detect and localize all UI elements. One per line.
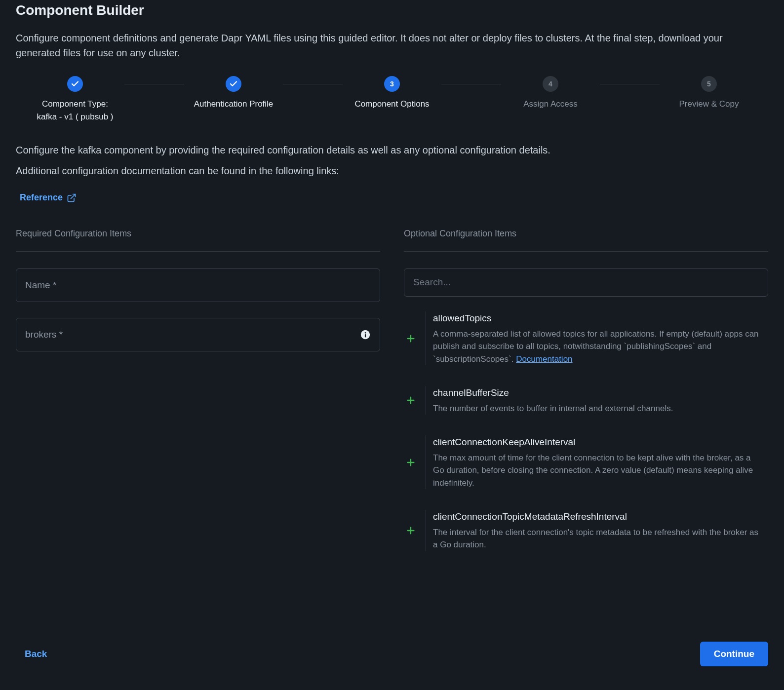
optional-title: Optional Configuration Items [404, 227, 768, 252]
svg-point-2 [365, 332, 366, 334]
intro-line-1: Configure the kafka component by providi… [16, 143, 768, 157]
item-name: allowedTopics [433, 311, 763, 326]
reference-link[interactable]: Reference [20, 188, 77, 207]
step-assign-access: 4 Assign Access [501, 76, 600, 111]
add-button[interactable] [404, 393, 418, 407]
info-icon[interactable] [360, 329, 371, 340]
item-desc: The max amount of time for the client co… [433, 452, 763, 490]
external-link-icon [67, 193, 77, 203]
continue-button[interactable]: Continue [700, 642, 768, 666]
optional-list: allowedTopics A comma-separated list of … [404, 311, 768, 572]
step-auth-profile: Authentication Profile [184, 76, 283, 111]
name-field[interactable] [25, 280, 371, 291]
page-description: Configure component definitions and gene… [16, 31, 746, 60]
optional-column: Optional Configuration Items allowedTopi… [404, 227, 768, 632]
optional-item-clientConnectionTopicMetadataRefreshInterval: clientConnectionTopicMetadataRefreshInte… [404, 510, 763, 551]
page-title: Component Builder [16, 0, 768, 21]
item-desc: A comma-separated list of allowed topics… [433, 328, 763, 366]
step-label: Component Type: [42, 98, 108, 111]
name-field-wrap [16, 268, 380, 302]
step-sublabel: kafka - v1 ( pubsub ) [37, 111, 114, 123]
required-title: Required Configuration Items [16, 227, 380, 252]
search-input[interactable] [413, 277, 759, 288]
step-label: Authentication Profile [194, 98, 274, 111]
step-label: Component Options [354, 98, 429, 111]
step-label: Assign Access [523, 98, 578, 111]
step-number: 3 [384, 76, 400, 92]
add-button[interactable] [404, 332, 418, 345]
check-icon [67, 76, 83, 92]
item-desc: The number of events to buffer in intern… [433, 402, 673, 415]
add-button[interactable] [404, 524, 418, 537]
brokers-field-wrap [16, 318, 380, 351]
search-wrap [404, 268, 768, 297]
required-column: Required Configuration Items [16, 227, 380, 632]
add-button[interactable] [404, 456, 418, 469]
step-number: 5 [701, 76, 717, 92]
check-icon [226, 76, 241, 92]
item-desc: The interval for the client connection's… [433, 526, 763, 551]
reference-label: Reference [20, 191, 63, 204]
optional-item-channelBufferSize: channelBufferSize The number of events t… [404, 386, 763, 415]
back-button[interactable]: Back [16, 644, 56, 664]
intro-line-2: Additional configuration documentation c… [16, 163, 768, 178]
optional-item-allowedTopics: allowedTopics A comma-separated list of … [404, 311, 763, 365]
step-preview-copy: 5 Preview & Copy [660, 76, 758, 111]
item-name: channelBufferSize [433, 386, 673, 400]
svg-line-0 [71, 194, 75, 198]
documentation-link[interactable]: Documentation [516, 354, 572, 364]
optional-item-clientConnectionKeepAliveInterval: clientConnectionKeepAliveInterval The ma… [404, 435, 763, 489]
item-name: clientConnectionKeepAliveInterval [433, 435, 763, 450]
step-component-options: 3 Component Options [343, 76, 441, 111]
step-number: 4 [543, 76, 558, 92]
brokers-field[interactable] [25, 329, 354, 340]
item-name: clientConnectionTopicMetadataRefreshInte… [433, 510, 763, 524]
step-component-type: Component Type: kafka - v1 ( pubsub ) [26, 76, 124, 123]
stepper: Component Type: kafka - v1 ( pubsub ) Au… [16, 76, 768, 123]
step-label: Preview & Copy [679, 98, 739, 111]
footer: Back Continue [16, 642, 768, 666]
svg-rect-3 [365, 334, 366, 337]
